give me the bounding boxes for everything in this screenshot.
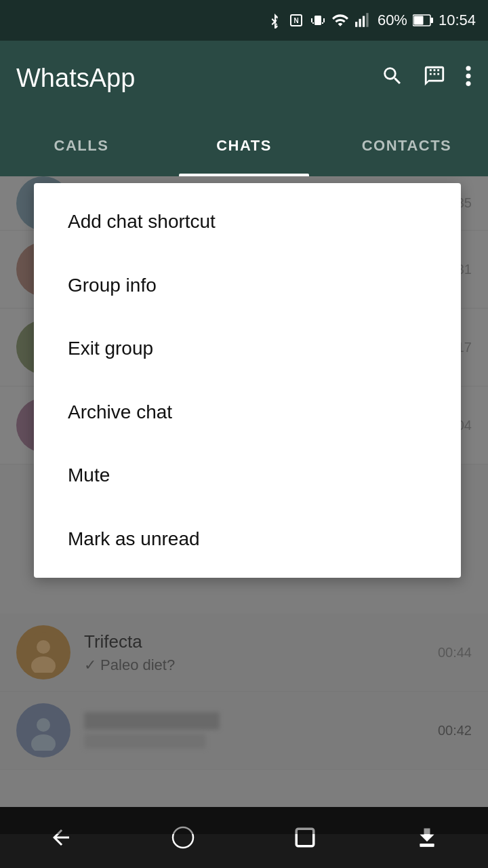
main-content: 35 31 17 04 Trifecta ✓ Pale [0, 176, 488, 834]
menu-add-shortcut[interactable]: Add chat shortcut [34, 190, 461, 254]
app-header: WhatsApp [0, 41, 488, 115]
menu-mark-unread[interactable]: Mark as unread [34, 507, 461, 571]
menu-exit-group[interactable]: Exit group [34, 317, 461, 380]
svg-point-9 [466, 66, 470, 71]
svg-rect-8 [413, 16, 423, 25]
svg-point-10 [466, 73, 470, 78]
menu-group-info[interactable]: Group info [34, 254, 461, 317]
svg-rect-7 [430, 18, 433, 23]
search-icon[interactable] [381, 64, 404, 92]
menu-archive-chat[interactable]: Archive chat [34, 380, 461, 444]
bluetooth-icon [266, 12, 283, 28]
nfc-icon: N [288, 12, 304, 28]
vibrate-icon [310, 12, 326, 28]
context-menu: Add chat shortcut Group info Exit group … [34, 183, 461, 578]
tab-contacts[interactable]: CONTACTS [325, 115, 488, 176]
battery-text: 60% [378, 12, 407, 29]
status-icons: N 60% 10:54 [266, 12, 476, 29]
tab-calls[interactable]: CALLS [0, 115, 163, 176]
tab-bar: CALLS CHATS CONTACTS [0, 115, 488, 176]
signal-icon [354, 12, 372, 29]
header-icons [381, 64, 472, 92]
svg-rect-3 [359, 19, 361, 27]
more-options-icon[interactable] [465, 64, 472, 92]
new-chat-icon[interactable] [423, 64, 446, 92]
battery-icon [413, 14, 433, 27]
app-title: WhatsApp [16, 64, 135, 93]
svg-text:N: N [293, 17, 298, 24]
status-bar: N 60% 10:54 [0, 0, 488, 41]
svg-rect-2 [355, 22, 357, 27]
svg-point-11 [466, 81, 470, 85]
wifi-icon [331, 12, 349, 29]
menu-mute[interactable]: Mute [34, 443, 461, 507]
time-text: 10:54 [439, 12, 476, 29]
svg-rect-5 [366, 13, 368, 27]
svg-rect-4 [363, 16, 365, 27]
tab-chats[interactable]: CHATS [163, 115, 325, 176]
